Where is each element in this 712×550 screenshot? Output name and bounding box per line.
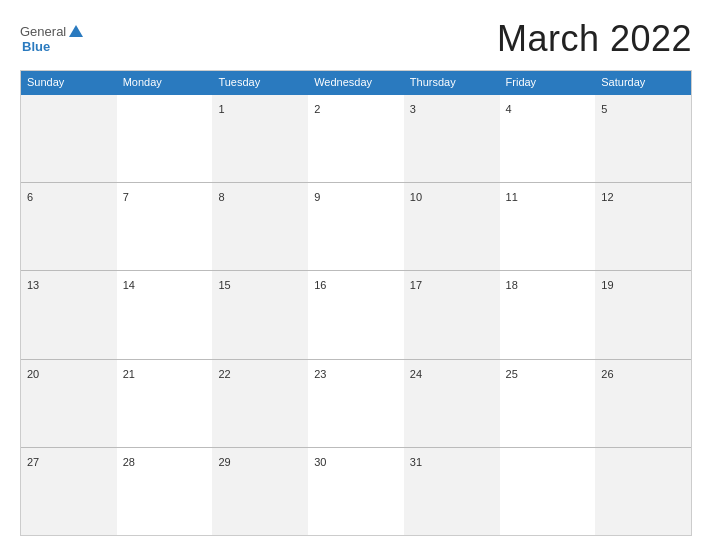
day-number: 3 bbox=[410, 103, 416, 115]
day-cell: 19 bbox=[595, 271, 691, 358]
day-cell: 27 bbox=[21, 448, 117, 535]
day-cell: 3 bbox=[404, 95, 500, 182]
day-cell: 6 bbox=[21, 183, 117, 270]
day-cell bbox=[595, 448, 691, 535]
day-number: 31 bbox=[410, 456, 422, 468]
day-cell: 9 bbox=[308, 183, 404, 270]
day-number: 17 bbox=[410, 279, 422, 291]
day-number: 4 bbox=[506, 103, 512, 115]
day-number: 11 bbox=[506, 191, 518, 203]
day-cell: 5 bbox=[595, 95, 691, 182]
day-cell: 23 bbox=[308, 360, 404, 447]
day-number: 9 bbox=[314, 191, 320, 203]
day-cell: 25 bbox=[500, 360, 596, 447]
day-header: Sunday bbox=[21, 71, 117, 93]
day-number: 1 bbox=[218, 103, 224, 115]
day-cell: 28 bbox=[117, 448, 213, 535]
day-header: Friday bbox=[500, 71, 596, 93]
day-number: 7 bbox=[123, 191, 129, 203]
day-number: 23 bbox=[314, 368, 326, 380]
day-number: 6 bbox=[27, 191, 33, 203]
logo-blue-text: Blue bbox=[22, 39, 50, 54]
day-number: 28 bbox=[123, 456, 135, 468]
day-cell: 29 bbox=[212, 448, 308, 535]
day-number: 15 bbox=[218, 279, 230, 291]
logo: General Blue bbox=[20, 24, 83, 54]
logo-wrapper: General Blue bbox=[20, 24, 83, 54]
day-header: Saturday bbox=[595, 71, 691, 93]
day-number: 10 bbox=[410, 191, 422, 203]
calendar-title: March 2022 bbox=[497, 18, 692, 60]
day-cell bbox=[500, 448, 596, 535]
day-number: 27 bbox=[27, 456, 39, 468]
day-cell: 2 bbox=[308, 95, 404, 182]
day-cell: 14 bbox=[117, 271, 213, 358]
week-row: 20212223242526 bbox=[21, 359, 691, 447]
week-row: 12345 bbox=[21, 93, 691, 182]
week-row: 2728293031 bbox=[21, 447, 691, 535]
day-cell bbox=[21, 95, 117, 182]
day-number: 8 bbox=[218, 191, 224, 203]
day-cell: 11 bbox=[500, 183, 596, 270]
calendar-grid: SundayMondayTuesdayWednesdayThursdayFrid… bbox=[20, 70, 692, 536]
day-header: Tuesday bbox=[212, 71, 308, 93]
day-cell bbox=[117, 95, 213, 182]
day-cell: 15 bbox=[212, 271, 308, 358]
svg-marker-0 bbox=[69, 25, 83, 37]
day-number: 16 bbox=[314, 279, 326, 291]
day-number: 25 bbox=[506, 368, 518, 380]
day-headers-row: SundayMondayTuesdayWednesdayThursdayFrid… bbox=[21, 71, 691, 93]
page-header: General Blue March 2022 bbox=[20, 18, 692, 60]
day-number: 19 bbox=[601, 279, 613, 291]
day-number: 18 bbox=[506, 279, 518, 291]
day-number: 13 bbox=[27, 279, 39, 291]
day-number: 12 bbox=[601, 191, 613, 203]
day-cell: 8 bbox=[212, 183, 308, 270]
day-cell: 10 bbox=[404, 183, 500, 270]
day-number: 2 bbox=[314, 103, 320, 115]
day-cell: 4 bbox=[500, 95, 596, 182]
calendar-weeks: 1234567891011121314151617181920212223242… bbox=[21, 93, 691, 535]
day-cell: 13 bbox=[21, 271, 117, 358]
day-cell: 24 bbox=[404, 360, 500, 447]
logo-top: General bbox=[20, 24, 83, 39]
day-cell: 18 bbox=[500, 271, 596, 358]
day-number: 30 bbox=[314, 456, 326, 468]
day-number: 26 bbox=[601, 368, 613, 380]
day-cell: 30 bbox=[308, 448, 404, 535]
day-header: Thursday bbox=[404, 71, 500, 93]
day-cell: 17 bbox=[404, 271, 500, 358]
week-row: 6789101112 bbox=[21, 182, 691, 270]
logo-triangle-icon bbox=[69, 25, 83, 37]
day-number: 5 bbox=[601, 103, 607, 115]
day-cell: 31 bbox=[404, 448, 500, 535]
day-number: 14 bbox=[123, 279, 135, 291]
day-cell: 22 bbox=[212, 360, 308, 447]
logo-general-text: General bbox=[20, 24, 66, 39]
day-number: 21 bbox=[123, 368, 135, 380]
day-cell: 20 bbox=[21, 360, 117, 447]
calendar-page: General Blue March 2022 SundayMondayTues… bbox=[0, 0, 712, 550]
day-number: 24 bbox=[410, 368, 422, 380]
day-cell: 26 bbox=[595, 360, 691, 447]
day-header: Monday bbox=[117, 71, 213, 93]
day-cell: 1 bbox=[212, 95, 308, 182]
day-cell: 12 bbox=[595, 183, 691, 270]
day-header: Wednesday bbox=[308, 71, 404, 93]
day-number: 20 bbox=[27, 368, 39, 380]
day-cell: 7 bbox=[117, 183, 213, 270]
week-row: 13141516171819 bbox=[21, 270, 691, 358]
day-cell: 21 bbox=[117, 360, 213, 447]
day-cell: 16 bbox=[308, 271, 404, 358]
day-number: 29 bbox=[218, 456, 230, 468]
day-number: 22 bbox=[218, 368, 230, 380]
